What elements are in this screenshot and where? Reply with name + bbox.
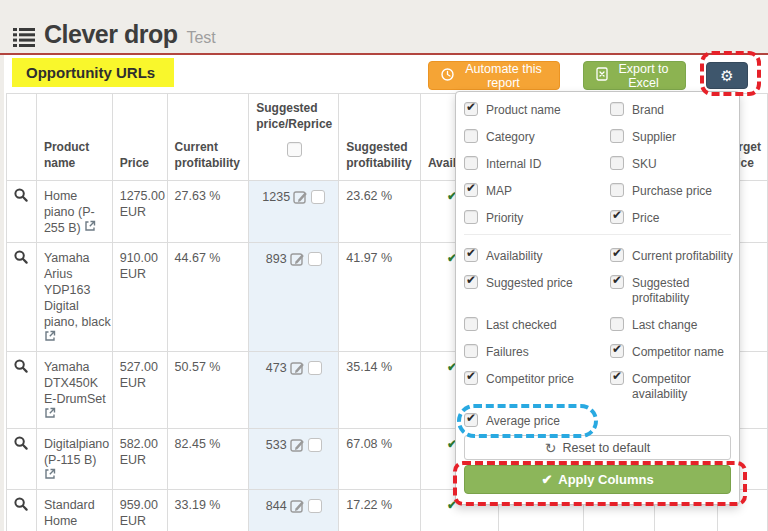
header-current-profitability[interactable]: Current profitability — [167, 94, 249, 181]
column-checkbox[interactable]: ✔ — [464, 210, 478, 224]
column-toggle-item[interactable]: ✔ Average price — [464, 413, 610, 429]
column-checkbox[interactable]: ✔ — [464, 129, 478, 143]
report-title-highlight: Opportunity URLs — [12, 58, 174, 87]
edit-price-icon[interactable] — [290, 498, 305, 513]
check-icon: ✔ — [612, 246, 622, 260]
column-toggle-item[interactable]: ✔ Competitor availability — [610, 371, 735, 402]
automate-report-button[interactable]: Automate this report — [428, 61, 560, 90]
external-link-icon[interactable] — [44, 330, 56, 342]
search-icon[interactable] — [14, 188, 28, 202]
reprice-checkbox[interactable] — [311, 190, 325, 204]
column-checkbox[interactable]: ✔ — [610, 371, 624, 385]
column-toggle-item[interactable]: ✔ Purchase price — [610, 183, 735, 199]
reprice-checkbox[interactable] — [308, 499, 322, 513]
column-checkbox[interactable]: ✔ — [610, 210, 624, 224]
column-toggle-item[interactable]: ✔ Competitor name — [610, 344, 735, 360]
apply-columns-label: Apply Columns — [558, 472, 653, 487]
reprice-checkbox[interactable] — [308, 438, 322, 452]
column-toggle-item[interactable]: ✔ Price — [610, 210, 735, 226]
column-toggle-item[interactable]: ✔ Suggested price — [464, 275, 610, 291]
suggested-profitability-cell: 41.97 % — [339, 243, 421, 352]
columns-dropdown: ✔ Product name ✔ Brand ✔ Category ✔ Supp… — [455, 91, 740, 505]
column-checkbox[interactable]: ✔ — [610, 275, 624, 289]
price-cell: 1275.00 EUR — [112, 181, 167, 243]
apply-columns-button[interactable]: ✔ Apply Columns — [464, 465, 731, 494]
column-checkbox[interactable]: ✔ — [610, 344, 624, 358]
search-icon[interactable] — [14, 436, 28, 450]
column-toggle-item[interactable]: ✔ Suggested profitability — [610, 275, 735, 306]
column-checkbox[interactable]: ✔ — [464, 102, 478, 116]
column-toggle-item[interactable]: ✔ MAP — [464, 183, 610, 199]
list-menu-icon[interactable] — [13, 28, 35, 47]
column-checkbox[interactable]: ✔ — [610, 183, 624, 197]
column-checkbox[interactable]: ✔ — [464, 344, 478, 358]
row-search-cell — [7, 429, 37, 490]
column-toggle-label: Availability — [486, 248, 542, 264]
column-toggle-label: MAP — [486, 183, 512, 199]
column-checkbox[interactable]: ✔ — [464, 413, 478, 427]
availability-check-icon: ✔ — [428, 359, 457, 375]
column-checkbox[interactable]: ✔ — [610, 156, 624, 170]
product-name-cell: Standard Home piano (YDP-S52 B) — [36, 490, 112, 531]
current-profitability-cell: 82.45 % — [167, 429, 249, 490]
edit-price-icon[interactable] — [293, 189, 308, 204]
current-profitability-cell: 50.57 % — [167, 352, 249, 429]
check-icon: ✔ — [466, 273, 476, 287]
header-price[interactable]: Price — [112, 94, 167, 181]
column-settings-button[interactable]: ⚙ — [706, 62, 748, 89]
reprice-all-checkbox[interactable] — [287, 142, 302, 157]
column-toggle-item[interactable]: ✔ Internal ID — [464, 156, 610, 172]
column-checkbox[interactable]: ✔ — [610, 248, 624, 262]
column-checkbox[interactable]: ✔ — [464, 317, 478, 331]
column-toggle-label: Priority — [486, 210, 523, 226]
header-suggested-price[interactable]: Suggested price/Reprice — [249, 94, 339, 181]
column-checkbox[interactable]: ✔ — [610, 102, 624, 116]
suggested-price-value: 473 — [266, 361, 287, 375]
column-checkbox[interactable]: ✔ — [464, 371, 478, 385]
availability-check-icon: ✔ — [428, 497, 457, 513]
column-toggle-item[interactable]: ✔ Supplier — [610, 129, 735, 145]
header-suggested-profitability[interactable]: Suggested profitability — [339, 94, 421, 181]
availability-check-icon: ✔ — [428, 250, 457, 266]
edit-price-icon[interactable] — [290, 360, 305, 375]
column-toggle-item[interactable]: ✔ Last change — [610, 317, 735, 333]
column-toggle-item[interactable]: ✔ Last checked — [464, 317, 610, 333]
column-toggle-item[interactable]: ✔ Priority — [464, 210, 610, 226]
column-toggle-item[interactable]: ✔ Brand — [610, 102, 735, 118]
product-name: Yamaha DTX450K E-DrumSet — [44, 360, 106, 406]
external-link-icon[interactable] — [44, 468, 56, 480]
column-toggle-item[interactable]: ✔ Failures — [464, 344, 610, 360]
check-icon: ✔ — [612, 273, 622, 287]
edit-price-icon[interactable] — [290, 437, 305, 452]
column-toggle-item[interactable]: ✔ Category — [464, 129, 610, 145]
menu-divider — [464, 234, 731, 235]
external-link-icon[interactable] — [44, 407, 56, 419]
suggested-price-cell: 473 — [249, 352, 339, 429]
product-name: Yamaha Arius YDP163 Digital piano, black — [44, 251, 111, 329]
column-toggle-item[interactable]: ✔ Product name — [464, 102, 610, 118]
reset-icon: ↻ — [545, 441, 557, 455]
column-toggle-item[interactable]: ✔ SKU — [610, 156, 735, 172]
search-icon[interactable] — [14, 497, 28, 511]
column-checkbox[interactable]: ✔ — [464, 183, 478, 197]
search-icon[interactable] — [14, 250, 28, 264]
suggested-price-cell: 844 — [249, 490, 339, 531]
column-toggle-item[interactable]: ✔ Current profitability — [610, 248, 735, 264]
reprice-checkbox[interactable] — [308, 252, 322, 266]
column-checkbox[interactable]: ✔ — [464, 248, 478, 262]
column-checkbox[interactable]: ✔ — [610, 317, 624, 331]
column-checkbox[interactable]: ✔ — [610, 129, 624, 143]
column-checkbox[interactable]: ✔ — [464, 156, 478, 170]
reset-to-default-button[interactable]: ↻ Reset to default — [464, 435, 731, 460]
edit-price-icon[interactable] — [290, 251, 305, 266]
suggested-profitability-cell: 17.22 % — [339, 490, 421, 531]
row-search-cell — [7, 243, 37, 352]
export-excel-button[interactable]: Export to Excel — [583, 61, 686, 90]
header-product-name[interactable]: Product name — [36, 94, 112, 181]
column-toggle-item[interactable]: ✔ Competitor price — [464, 371, 610, 387]
column-toggle-item[interactable]: ✔ Availability — [464, 248, 610, 264]
reprice-checkbox[interactable] — [308, 361, 322, 375]
column-checkbox[interactable]: ✔ — [464, 275, 478, 289]
search-icon[interactable] — [14, 359, 28, 373]
external-link-icon[interactable] — [84, 220, 96, 232]
